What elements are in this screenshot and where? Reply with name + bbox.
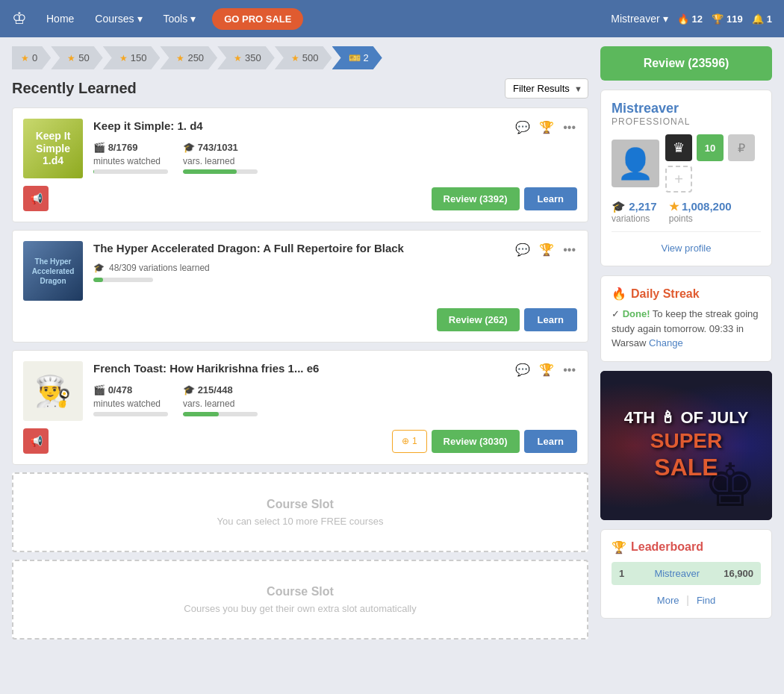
- pro-sale-button[interactable]: GO PRO SALE: [212, 8, 303, 30]
- course-slot-2[interactable]: Course Slot Courses you buy get their ow…: [12, 560, 588, 640]
- progress-step-500[interactable]: ★ 500: [275, 46, 332, 69]
- lb-more-link[interactable]: More: [657, 595, 679, 606]
- notify-button-3[interactable]: 📢: [23, 428, 49, 454]
- view-profile-link[interactable]: View profile: [612, 238, 761, 255]
- progress-fill-2: [93, 278, 103, 282]
- course-thumbnail-2: The Hyper Accelerated Dragon: [23, 241, 83, 301]
- chevron-down-icon: ▾: [663, 13, 668, 25]
- user-stats: 🎓 2,217 variations ★ 1,008,200 points: [612, 200, 761, 224]
- course-card-3: 👨‍🍳 French Toast: How Harikrishna fries …: [12, 350, 588, 465]
- lb-name-1[interactable]: Mistreaver: [654, 568, 700, 579]
- lb-score-1: 16,900: [724, 568, 753, 579]
- nav-courses[interactable]: Courses ▾: [87, 8, 149, 29]
- star-icon: ★: [21, 53, 29, 63]
- filter-wrapper: Filter Results ▼: [505, 78, 588, 99]
- grad-icon-user: 🎓: [612, 200, 626, 213]
- nav-user[interactable]: Mistreaver ▾: [611, 13, 668, 25]
- course-title-2: The Hyper Accelerated Dragon: A Full Rep…: [93, 241, 404, 256]
- learn-button-1[interactable]: Learn: [524, 187, 577, 210]
- star-icon-points: ★: [669, 200, 679, 213]
- variations-value: 🎓 2,217: [612, 200, 657, 213]
- slot-sub-1: You can select 10 more FREE courses: [25, 516, 575, 527]
- more-button-3[interactable]: •••: [561, 362, 577, 378]
- streak-done: Done!: [623, 308, 650, 319]
- review-button-2[interactable]: Review (262): [437, 308, 520, 331]
- promo-line3: SALE: [624, 453, 749, 481]
- course-thumbnail-1: Keep It Simple1.d4: [23, 119, 83, 178]
- points-label: points: [669, 213, 732, 224]
- leaderboard-row-1: 1 Mistreaver 16,900: [612, 562, 761, 585]
- course-title-row-3: French Toast: How Harikrishna fries 1...…: [93, 361, 577, 378]
- stat-points: ★ 1,008,200 points: [669, 200, 732, 224]
- course-title-row-2: The Hyper Accelerated Dragon: A Full Rep…: [93, 241, 577, 258]
- trophy-badge[interactable]: 🏆 119: [712, 13, 743, 25]
- course-actions-3: 💬 🏆 •••: [514, 361, 577, 378]
- nav-home[interactable]: Home: [39, 8, 81, 29]
- stat-vars-1: 🎓 743/1031 vars. learned: [183, 142, 258, 174]
- course-title-row-1: Keep it Simple: 1. d4 💬 🏆 •••: [93, 119, 577, 136]
- course-btn-group-2: Review (262) Learn: [437, 308, 577, 331]
- review-button-3[interactable]: Review (3030): [432, 430, 520, 453]
- bookmark-icon: ⊕: [402, 436, 409, 446]
- bell-badge[interactable]: 🔔 1: [752, 13, 772, 25]
- course-main-1: Keep It Simple1.d4 Keep it Simple: 1. d4…: [23, 119, 577, 178]
- lb-links: More | Find: [612, 591, 761, 607]
- progress-fill-vars-3: [183, 412, 219, 416]
- course-vars-2: 🎓 48/309 variations learned: [93, 263, 577, 273]
- flame-icon: 🔥: [677, 13, 689, 25]
- review-main-button[interactable]: Review (23596): [600, 46, 772, 81]
- trophy-button-2[interactable]: 🏆: [538, 241, 556, 258]
- video-icon: 🎬: [93, 142, 105, 153]
- lb-find-link[interactable]: Find: [697, 595, 715, 606]
- chevron-down-icon: ▾: [190, 13, 196, 25]
- progress-bar-minutes-3: [93, 412, 168, 416]
- course-stats-3: 🎬 0/478 minutes watched 🎓 215/448: [93, 384, 577, 416]
- progress-step-active[interactable]: 🎫 2: [332, 46, 382, 69]
- trophy-button-1[interactable]: 🏆: [538, 119, 556, 136]
- progress-fill-1: [93, 169, 94, 174]
- course-bottom-1: 📢 Review (3392) Learn: [23, 186, 577, 211]
- course-info-1: Keep it Simple: 1. d4 💬 🏆 ••• 🎬 8/1769: [93, 119, 577, 174]
- course-thumbnail-3: 👨‍🍳: [23, 361, 83, 421]
- user-badges: ♛ 10 ₽ +: [665, 134, 761, 193]
- section-title: Recently Learned: [12, 80, 137, 97]
- comment-button-1[interactable]: 💬: [514, 119, 532, 136]
- promo-content: 4TH 🕯 OF JULY SUPER SALE: [612, 396, 761, 493]
- badge-add[interactable]: +: [665, 166, 692, 193]
- logo-icon: ♔: [12, 9, 27, 28]
- streak-badge[interactable]: 🔥 12: [677, 13, 703, 25]
- star-icon: ★: [176, 53, 184, 63]
- left-column: ★ 0 ★ 50 ★ 150 ★ 250 ★ 350 ★ 500: [12, 46, 588, 647]
- trophy-button-3[interactable]: 🏆: [538, 361, 556, 378]
- learn-button-3[interactable]: Learn: [524, 430, 577, 453]
- flame-icon-streak: 🔥: [612, 287, 626, 301]
- progress-step-350[interactable]: ★ 350: [217, 46, 275, 69]
- course-slot-1[interactable]: Course Slot You can select 10 more FREE …: [12, 472, 588, 552]
- more-button-2[interactable]: •••: [561, 242, 577, 258]
- progress-bar-vars-3: [183, 412, 258, 416]
- streak-change-link[interactable]: Change: [649, 337, 683, 348]
- progress-step-250[interactable]: ★ 250: [160, 46, 217, 69]
- filter-select[interactable]: Filter Results: [505, 78, 588, 99]
- course-card-2: The Hyper Accelerated Dragon The Hyper A…: [12, 230, 588, 343]
- progress-step-0[interactable]: ★ 0: [12, 46, 51, 69]
- streak-panel-inner: 🔥 Daily Streak ✓ Done! To keep the strea…: [601, 276, 771, 361]
- comment-button-2[interactable]: 💬: [514, 241, 532, 258]
- learn-button-2[interactable]: Learn: [524, 308, 577, 331]
- course-btn-group-1: Review (3392) Learn: [432, 187, 577, 210]
- main-container: ★ 0 ★ 50 ★ 150 ★ 250 ★ 350 ★ 500: [0, 37, 784, 656]
- ticket-icon: 🎫: [349, 52, 361, 63]
- notify-button-1[interactable]: 📢: [23, 186, 49, 211]
- progress-step-50[interactable]: ★ 50: [51, 46, 102, 69]
- progress-step-150[interactable]: ★ 150: [103, 46, 161, 69]
- progress-fill-vars-1: [183, 169, 237, 174]
- grad-icon-3: 🎓: [183, 384, 195, 396]
- star-icon: ★: [234, 53, 242, 63]
- comment-button-3[interactable]: 💬: [514, 361, 532, 378]
- review-button-1[interactable]: Review (3392): [432, 187, 520, 210]
- more-button-1[interactable]: •••: [561, 119, 577, 136]
- bookmark-button-3[interactable]: ⊕ 1: [392, 430, 427, 453]
- stat-minutes-3: 🎬 0/478 minutes watched: [93, 384, 168, 416]
- promo-panel[interactable]: 4TH 🕯 OF JULY SUPER SALE ♚: [600, 371, 772, 520]
- nav-tools[interactable]: Tools ▾: [156, 8, 204, 29]
